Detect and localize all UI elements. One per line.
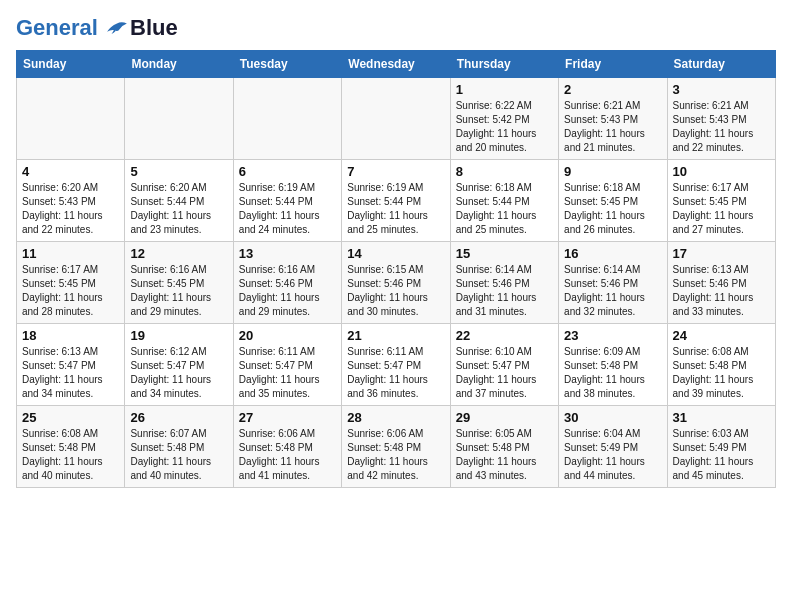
day-number: 31	[673, 410, 770, 425]
day-info: Sunrise: 6:17 AM Sunset: 5:45 PM Dayligh…	[22, 263, 119, 319]
calendar-cell: 8Sunrise: 6:18 AM Sunset: 5:44 PM Daylig…	[450, 160, 558, 242]
day-info: Sunrise: 6:21 AM Sunset: 5:43 PM Dayligh…	[564, 99, 661, 155]
day-info: Sunrise: 6:13 AM Sunset: 5:46 PM Dayligh…	[673, 263, 770, 319]
day-info: Sunrise: 6:14 AM Sunset: 5:46 PM Dayligh…	[564, 263, 661, 319]
header-sunday: Sunday	[17, 51, 125, 78]
day-info: Sunrise: 6:06 AM Sunset: 5:48 PM Dayligh…	[239, 427, 336, 483]
day-number: 30	[564, 410, 661, 425]
day-number: 28	[347, 410, 444, 425]
day-number: 20	[239, 328, 336, 343]
calendar-cell	[342, 78, 450, 160]
day-info: Sunrise: 6:08 AM Sunset: 5:48 PM Dayligh…	[673, 345, 770, 401]
logo: General Blue	[16, 16, 178, 40]
calendar-cell: 3Sunrise: 6:21 AM Sunset: 5:43 PM Daylig…	[667, 78, 775, 160]
day-number: 13	[239, 246, 336, 261]
calendar-cell: 7Sunrise: 6:19 AM Sunset: 5:44 PM Daylig…	[342, 160, 450, 242]
calendar-week-row: 25Sunrise: 6:08 AM Sunset: 5:48 PM Dayli…	[17, 406, 776, 488]
calendar-cell: 11Sunrise: 6:17 AM Sunset: 5:45 PM Dayli…	[17, 242, 125, 324]
calendar-table: SundayMondayTuesdayWednesdayThursdayFrid…	[16, 50, 776, 488]
day-info: Sunrise: 6:21 AM Sunset: 5:43 PM Dayligh…	[673, 99, 770, 155]
day-number: 18	[22, 328, 119, 343]
calendar-cell: 6Sunrise: 6:19 AM Sunset: 5:44 PM Daylig…	[233, 160, 341, 242]
day-number: 7	[347, 164, 444, 179]
day-info: Sunrise: 6:20 AM Sunset: 5:44 PM Dayligh…	[130, 181, 227, 237]
day-info: Sunrise: 6:15 AM Sunset: 5:46 PM Dayligh…	[347, 263, 444, 319]
calendar-week-row: 11Sunrise: 6:17 AM Sunset: 5:45 PM Dayli…	[17, 242, 776, 324]
day-number: 6	[239, 164, 336, 179]
calendar-cell: 5Sunrise: 6:20 AM Sunset: 5:44 PM Daylig…	[125, 160, 233, 242]
header-saturday: Saturday	[667, 51, 775, 78]
day-info: Sunrise: 6:11 AM Sunset: 5:47 PM Dayligh…	[239, 345, 336, 401]
day-number: 19	[130, 328, 227, 343]
day-number: 25	[22, 410, 119, 425]
calendar-cell: 2Sunrise: 6:21 AM Sunset: 5:43 PM Daylig…	[559, 78, 667, 160]
calendar-cell: 26Sunrise: 6:07 AM Sunset: 5:48 PM Dayli…	[125, 406, 233, 488]
day-info: Sunrise: 6:19 AM Sunset: 5:44 PM Dayligh…	[239, 181, 336, 237]
header-wednesday: Wednesday	[342, 51, 450, 78]
calendar-cell: 30Sunrise: 6:04 AM Sunset: 5:49 PM Dayli…	[559, 406, 667, 488]
calendar-cell: 15Sunrise: 6:14 AM Sunset: 5:46 PM Dayli…	[450, 242, 558, 324]
logo-text: General	[16, 16, 128, 40]
day-number: 27	[239, 410, 336, 425]
day-info: Sunrise: 6:16 AM Sunset: 5:45 PM Dayligh…	[130, 263, 227, 319]
day-info: Sunrise: 6:03 AM Sunset: 5:49 PM Dayligh…	[673, 427, 770, 483]
day-info: Sunrise: 6:14 AM Sunset: 5:46 PM Dayligh…	[456, 263, 553, 319]
day-info: Sunrise: 6:10 AM Sunset: 5:47 PM Dayligh…	[456, 345, 553, 401]
day-number: 5	[130, 164, 227, 179]
day-number: 11	[22, 246, 119, 261]
calendar-header-row: SundayMondayTuesdayWednesdayThursdayFrid…	[17, 51, 776, 78]
day-info: Sunrise: 6:09 AM Sunset: 5:48 PM Dayligh…	[564, 345, 661, 401]
day-number: 4	[22, 164, 119, 179]
logo-bird-icon	[106, 18, 128, 40]
day-info: Sunrise: 6:07 AM Sunset: 5:48 PM Dayligh…	[130, 427, 227, 483]
calendar-cell: 19Sunrise: 6:12 AM Sunset: 5:47 PM Dayli…	[125, 324, 233, 406]
calendar-cell: 27Sunrise: 6:06 AM Sunset: 5:48 PM Dayli…	[233, 406, 341, 488]
day-info: Sunrise: 6:04 AM Sunset: 5:49 PM Dayligh…	[564, 427, 661, 483]
day-number: 22	[456, 328, 553, 343]
day-number: 12	[130, 246, 227, 261]
day-info: Sunrise: 6:06 AM Sunset: 5:48 PM Dayligh…	[347, 427, 444, 483]
day-number: 23	[564, 328, 661, 343]
day-info: Sunrise: 6:18 AM Sunset: 5:45 PM Dayligh…	[564, 181, 661, 237]
day-info: Sunrise: 6:18 AM Sunset: 5:44 PM Dayligh…	[456, 181, 553, 237]
calendar-week-row: 4Sunrise: 6:20 AM Sunset: 5:43 PM Daylig…	[17, 160, 776, 242]
day-info: Sunrise: 6:19 AM Sunset: 5:44 PM Dayligh…	[347, 181, 444, 237]
calendar-cell: 17Sunrise: 6:13 AM Sunset: 5:46 PM Dayli…	[667, 242, 775, 324]
day-number: 21	[347, 328, 444, 343]
calendar-cell: 31Sunrise: 6:03 AM Sunset: 5:49 PM Dayli…	[667, 406, 775, 488]
calendar-week-row: 18Sunrise: 6:13 AM Sunset: 5:47 PM Dayli…	[17, 324, 776, 406]
calendar-cell: 1Sunrise: 6:22 AM Sunset: 5:42 PM Daylig…	[450, 78, 558, 160]
calendar-cell	[17, 78, 125, 160]
day-info: Sunrise: 6:11 AM Sunset: 5:47 PM Dayligh…	[347, 345, 444, 401]
day-number: 24	[673, 328, 770, 343]
logo-blue-text: Blue	[130, 16, 178, 40]
day-info: Sunrise: 6:12 AM Sunset: 5:47 PM Dayligh…	[130, 345, 227, 401]
header-thursday: Thursday	[450, 51, 558, 78]
calendar-cell: 21Sunrise: 6:11 AM Sunset: 5:47 PM Dayli…	[342, 324, 450, 406]
calendar-cell	[233, 78, 341, 160]
day-info: Sunrise: 6:22 AM Sunset: 5:42 PM Dayligh…	[456, 99, 553, 155]
page-header: General Blue	[16, 16, 776, 40]
header-friday: Friday	[559, 51, 667, 78]
calendar-cell: 16Sunrise: 6:14 AM Sunset: 5:46 PM Dayli…	[559, 242, 667, 324]
calendar-cell: 9Sunrise: 6:18 AM Sunset: 5:45 PM Daylig…	[559, 160, 667, 242]
calendar-cell: 24Sunrise: 6:08 AM Sunset: 5:48 PM Dayli…	[667, 324, 775, 406]
day-info: Sunrise: 6:16 AM Sunset: 5:46 PM Dayligh…	[239, 263, 336, 319]
header-monday: Monday	[125, 51, 233, 78]
day-number: 2	[564, 82, 661, 97]
day-number: 8	[456, 164, 553, 179]
day-info: Sunrise: 6:08 AM Sunset: 5:48 PM Dayligh…	[22, 427, 119, 483]
calendar-cell: 22Sunrise: 6:10 AM Sunset: 5:47 PM Dayli…	[450, 324, 558, 406]
day-info: Sunrise: 6:05 AM Sunset: 5:48 PM Dayligh…	[456, 427, 553, 483]
day-number: 17	[673, 246, 770, 261]
day-info: Sunrise: 6:20 AM Sunset: 5:43 PM Dayligh…	[22, 181, 119, 237]
day-info: Sunrise: 6:17 AM Sunset: 5:45 PM Dayligh…	[673, 181, 770, 237]
calendar-week-row: 1Sunrise: 6:22 AM Sunset: 5:42 PM Daylig…	[17, 78, 776, 160]
calendar-cell: 10Sunrise: 6:17 AM Sunset: 5:45 PM Dayli…	[667, 160, 775, 242]
day-number: 16	[564, 246, 661, 261]
day-number: 26	[130, 410, 227, 425]
calendar-cell	[125, 78, 233, 160]
day-number: 10	[673, 164, 770, 179]
day-number: 14	[347, 246, 444, 261]
calendar-cell: 29Sunrise: 6:05 AM Sunset: 5:48 PM Dayli…	[450, 406, 558, 488]
